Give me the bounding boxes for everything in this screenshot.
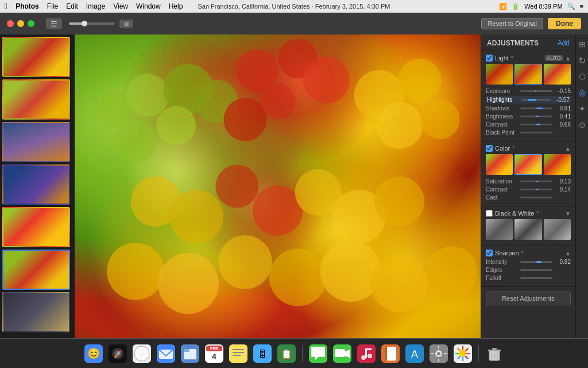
svg-point-25 (269, 248, 327, 306)
dock-mail[interactable] (155, 343, 177, 365)
list-icon[interactable]: ≡ (580, 3, 583, 10)
brightness-track[interactable] (520, 116, 552, 117)
filter-tool[interactable]: ⬡ (577, 71, 587, 82)
bw-expand[interactable]: ▼ (565, 210, 571, 217)
color-collapse[interactable]: ▲ (565, 145, 571, 152)
highlights-row: Highlights -0.57 (486, 96, 571, 103)
minimize-button[interactable] (17, 20, 24, 27)
svg-point-13 (376, 102, 423, 149)
bw-checkbox[interactable] (486, 210, 493, 217)
location-timestamp: San Francisco, California, United States… (198, 3, 390, 10)
fullscreen-button[interactable] (28, 20, 34, 27)
dock-notes[interactable] (227, 343, 249, 365)
falloff-row: Falloff (486, 275, 571, 281)
menu-edit[interactable]: Edit (66, 2, 78, 10)
sharpen-checkbox[interactable] (486, 250, 493, 256)
dock-music[interactable] (355, 343, 377, 365)
bw-preset-3[interactable] (544, 219, 571, 240)
dock-safari[interactable] (131, 343, 153, 365)
sidebar-toggle[interactable]: ☰ (46, 18, 62, 29)
dock-messages[interactable] (307, 343, 329, 365)
titlebar: ☰ ⊞ Revert to Original Done (0, 13, 588, 34)
dock-launchpad[interactable]: 🚀 (107, 343, 129, 365)
light-checkbox[interactable] (486, 55, 493, 62)
intensity-track[interactable] (520, 261, 552, 263)
adjust-tool[interactable]: ◎ (577, 87, 587, 98)
apple-menu[interactable]:  (5, 2, 7, 11)
shadows-label: Shadows (486, 105, 518, 112)
falloff-track[interactable] (520, 277, 552, 279)
menu-window[interactable]: Window (136, 2, 161, 10)
bw-preset-2[interactable] (514, 219, 541, 240)
edges-track[interactable] (520, 269, 552, 271)
light-preset-3[interactable] (544, 64, 571, 85)
dock-finder[interactable]: 😊 (83, 343, 105, 365)
adjustments-scroll: Light * AUTO ▲ Exposure (481, 51, 575, 338)
svg-rect-61 (335, 349, 345, 357)
thumbnail-1[interactable] (2, 37, 70, 77)
search-icon[interactable]: 🔍 (567, 3, 575, 10)
dock-appstore[interactable]: A (404, 343, 425, 365)
zoom-button[interactable]: ⊞ (119, 20, 133, 28)
menu-help[interactable]: Help (169, 2, 183, 10)
dock-sysprefs[interactable] (428, 343, 450, 365)
svg-text:A: A (411, 348, 418, 360)
cast-track[interactable] (520, 197, 552, 198)
dock-misc1[interactable]: 🎛 (252, 343, 273, 365)
svg-point-65 (368, 354, 372, 358)
extensions-tool[interactable]: ⊙ (577, 120, 587, 130)
thumbnail-6[interactable] (2, 250, 70, 290)
done-button[interactable]: Done (548, 18, 581, 29)
shadows-track[interactable] (520, 108, 552, 109)
titlebar-actions: Revert to Original Done (481, 18, 581, 29)
color-contrast-track[interactable] (520, 189, 552, 190)
color-checkbox[interactable] (486, 145, 493, 152)
exposure-track[interactable] (520, 90, 552, 92)
clock: Wed 8:39 PM (524, 3, 562, 10)
saturation-track[interactable] (520, 181, 552, 182)
dock-calendar[interactable]: FEB4 (203, 343, 225, 365)
sharpen-section-header: Sharpen * ▲ (486, 250, 571, 256)
color-preset-1[interactable] (486, 154, 513, 175)
add-adjustment-button[interactable]: Add (558, 39, 570, 47)
light-collapse[interactable]: ▲ (565, 55, 571, 62)
svg-point-14 (420, 100, 460, 140)
menu-photos[interactable]: Photos (16, 2, 39, 10)
thumbnail-7[interactable] (2, 292, 70, 332)
svg-point-17 (215, 165, 258, 208)
color-section-header: Color * ▲ (486, 145, 571, 152)
close-button[interactable] (7, 20, 14, 27)
crop-tool[interactable]: ⊞ (577, 39, 587, 49)
menu-view[interactable]: View (113, 2, 128, 10)
color-preset-3[interactable] (544, 154, 571, 175)
sharpen-collapse[interactable]: ▲ (565, 250, 571, 256)
dock-files[interactable] (179, 343, 201, 365)
shadows-value: 0.91 (555, 105, 571, 112)
thumbnail-4[interactable] (2, 164, 70, 205)
reset-adjustments-button[interactable]: Reset Adjustments (486, 292, 571, 305)
svg-point-64 (361, 355, 366, 360)
retouch-tool[interactable]: ✦ (577, 103, 587, 114)
right-tools: ⊞ ↻ ⬡ ◎ ✦ ⊙ (575, 34, 588, 338)
color-section: Color * ▲ Saturation 0.13 (481, 141, 575, 206)
blackpoint-track[interactable] (520, 132, 552, 133)
bw-preset-1[interactable] (486, 219, 513, 240)
svg-text:4: 4 (212, 352, 216, 361)
light-preset-1[interactable] (486, 64, 513, 85)
dock-misc2[interactable]: 📋 (276, 343, 297, 365)
color-preset-2[interactable] (514, 154, 543, 175)
thumbnail-2[interactable] (2, 79, 70, 120)
light-preset-2[interactable] (514, 64, 543, 85)
dock-photos[interactable] (452, 343, 474, 365)
menu-image[interactable]: Image (86, 2, 105, 10)
revert-button[interactable]: Revert to Original (481, 18, 543, 29)
menu-file[interactable]: File (47, 2, 58, 10)
highlights-track[interactable] (521, 99, 551, 101)
thumbnail-3[interactable] (2, 122, 70, 162)
dock-facetime[interactable] (331, 343, 353, 365)
rotate-tool[interactable]: ↻ (577, 55, 587, 66)
thumbnail-5[interactable] (2, 207, 70, 247)
dock-trash[interactable] (483, 343, 505, 365)
dock-ibooks[interactable] (380, 343, 401, 365)
contrast-track[interactable] (520, 124, 552, 125)
